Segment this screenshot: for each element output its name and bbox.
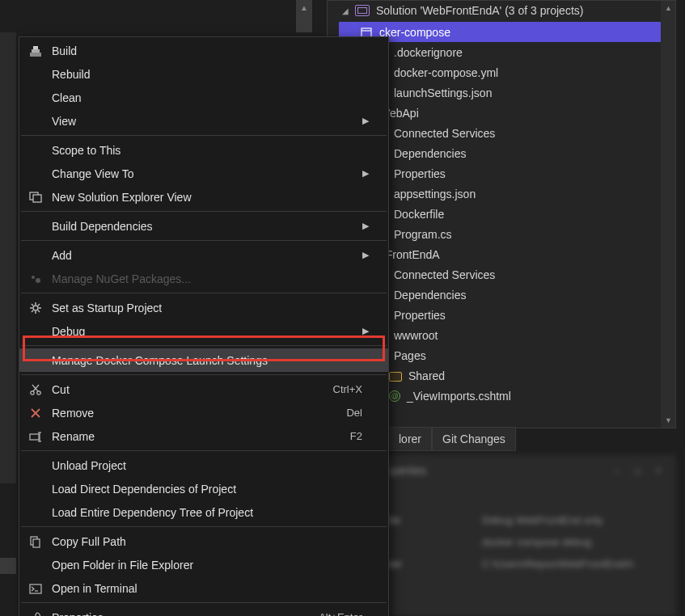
- solution-header-row[interactable]: ◢ Solution 'WebFrontEndA' (3 of 3 projec…: [328, 1, 675, 22]
- svg-point-22: [31, 390, 34, 394]
- tree-node-label: docker-compose.yml: [394, 66, 498, 79]
- chevron-right-icon: ▶: [362, 326, 377, 336]
- tree-node[interactable]: launchSettings.json: [339, 82, 675, 103]
- tree-node[interactable]: docker-compose.yml: [339, 62, 675, 82]
- tree-node-label: Dependencies: [394, 289, 467, 302]
- menu-item-label: Remove: [52, 407, 346, 420]
- tree-node[interactable]: .dockerignore: [339, 42, 675, 62]
- tree-node-label: Connected Services: [394, 268, 495, 281]
- menu-item-add[interactable]: Add▶: [19, 243, 388, 267]
- menu-shortcut: Alt+Enter: [319, 611, 377, 616]
- menu-item-label: Clean: [52, 91, 377, 104]
- menu-item-open-folder-in-file-explorer[interactable]: Open Folder in File Explorer: [19, 553, 388, 576]
- menu-item-set-as-startup-project[interactable]: Set as Startup Project: [19, 296, 388, 319]
- menu-item-build[interactable]: Build: [19, 39, 388, 62]
- menu-item-label: Load Direct Dependencies of Project: [52, 483, 377, 496]
- menu-item-open-in-terminal[interactable]: Open in Terminal: [19, 576, 388, 600]
- tree-node[interactable]: bFrontEndA: [339, 244, 675, 264]
- menu-item-label: Copy Full Path: [52, 535, 377, 548]
- tree-node-label: Dependencies: [394, 147, 467, 160]
- svg-rect-8: [33, 46, 38, 49]
- svg-rect-0: [362, 28, 371, 37]
- solution-title: Solution 'WebFrontEndA' (3 of 3 projects…: [376, 4, 583, 17]
- menu-item-change-view-to[interactable]: Change View To▶: [19, 162, 388, 185]
- svg-line-18: [32, 304, 33, 306]
- menu-item-remove[interactable]: RemoveDel: [19, 401, 388, 424]
- menu-shortcut: Ctrl+X: [333, 383, 377, 395]
- chevron-right-icon: ▶: [362, 168, 377, 179]
- project-context-menu: BuildRebuildCleanView▶Scope to ThisChang…: [19, 36, 389, 616]
- tree-node-label: Dockerfile: [394, 208, 444, 221]
- menu-item-new-solution-explorer-view[interactable]: New Solution Explorer View: [19, 185, 388, 209]
- menu-item-label: Manage Docker Compose Launch Settings: [52, 354, 377, 367]
- tree-node[interactable]: appsettings.json: [339, 184, 675, 204]
- tab-solution-explorer[interactable]: lorer: [388, 427, 432, 451]
- tree-node[interactable]: Properties: [339, 163, 675, 184]
- tree-node[interactable]: C#Program.cs: [339, 224, 675, 244]
- menu-item-label: Scope to This: [52, 144, 377, 157]
- menu-item-properties[interactable]: PropertiesAlt+Enter: [19, 605, 388, 616]
- tree-node[interactable]: Dependencies: [339, 285, 675, 305]
- menu-item-debug[interactable]: Debug▶: [19, 319, 388, 343]
- menu-item-label: Open Folder in File Explorer: [52, 559, 377, 572]
- tree-node[interactable]: Dependencies: [339, 143, 675, 163]
- menu-item-manage-docker-compose-launch-settings[interactable]: Manage Docker Compose Launch Settings: [19, 348, 388, 372]
- menu-item-rename[interactable]: RenameF2: [19, 424, 388, 448]
- menu-item-label: Set as Startup Project: [52, 302, 377, 314]
- wrench-icon: [19, 611, 52, 617]
- tree-node[interactable]: WebApi: [339, 103, 675, 123]
- menu-separator: [21, 450, 387, 451]
- svg-point-11: [32, 276, 35, 279]
- menu-item-cut[interactable]: CutCtrl+X: [19, 378, 388, 401]
- svg-point-12: [36, 278, 40, 283]
- tree-node-label: Pages: [394, 349, 426, 362]
- tree-node[interactable]: @_ViewImports.cshtml: [339, 386, 675, 406]
- tree-node-label: Properties: [394, 309, 446, 322]
- menu-item-label: Properties: [52, 611, 319, 617]
- menu-item-label: Build Dependencies: [52, 220, 362, 233]
- tree-node[interactable]: Pages: [339, 345, 675, 365]
- menu-separator: [21, 345, 387, 346]
- tree-node[interactable]: Dockerfile: [339, 204, 675, 224]
- svg-rect-6: [30, 53, 41, 57]
- build-icon: [19, 44, 52, 57]
- solution-scrollbar[interactable]: [661, 1, 675, 428]
- menu-shortcut: Del: [346, 407, 377, 419]
- menu-item-load-direct-dependencies-of-project[interactable]: Load Direct Dependencies of Project: [19, 477, 388, 500]
- tree-node-label: launchSettings.json: [394, 86, 492, 99]
- remove-icon: [19, 407, 52, 420]
- tree-node[interactable]: Properties: [339, 305, 675, 325]
- menu-item-manage-nuget-packages: Manage NuGet Packages...: [19, 267, 388, 290]
- tree-node[interactable]: Connected Services: [339, 123, 675, 143]
- tree-node-label: .dockerignore: [394, 46, 463, 59]
- folder-icon: [389, 372, 402, 382]
- menu-item-scope-to-this[interactable]: Scope to This: [19, 138, 388, 162]
- terminal-icon: [19, 582, 52, 595]
- menu-item-build-dependencies[interactable]: Build Dependencies▶: [19, 214, 388, 238]
- tree-node[interactable]: Shared: [339, 365, 675, 386]
- chevron-down-icon: ◢: [342, 6, 349, 15]
- menu-item-label: Add: [52, 249, 362, 262]
- tree-node-label: Properties: [394, 167, 446, 180]
- menu-shortcut: F2: [350, 430, 377, 442]
- menu-item-label: Open in Terminal: [52, 582, 377, 595]
- scrollbar-stub[interactable]: [296, 0, 312, 32]
- menu-item-view[interactable]: View▶: [19, 109, 388, 133]
- menu-item-clean[interactable]: Clean: [19, 86, 388, 109]
- menu-item-label: Rebuild: [52, 68, 377, 81]
- menu-separator: [21, 211, 387, 212]
- menu-item-label: Build: [52, 44, 377, 57]
- cut-icon: [19, 383, 52, 396]
- menu-item-load-entire-dependency-tree-of-project[interactable]: Load Entire Dependency Tree of Project: [19, 500, 388, 524]
- solution-icon: [355, 5, 370, 16]
- menu-item-label: Load Entire Dependency Tree of Project: [52, 506, 377, 519]
- tree-node[interactable]: Connected Services: [339, 264, 675, 285]
- menu-item-unload-project[interactable]: Unload Project: [19, 454, 388, 477]
- tree-node-label: appsettings.json: [394, 188, 476, 200]
- tab-git-changes[interactable]: Git Changes: [432, 427, 516, 451]
- menu-item-rebuild[interactable]: Rebuild: [19, 62, 388, 86]
- tree-node[interactable]: wwwroot: [339, 325, 675, 345]
- menu-item-label: Change View To: [52, 167, 362, 180]
- menu-item-copy-full-path[interactable]: Copy Full Path: [19, 530, 388, 553]
- menu-item-label: Manage NuGet Packages...: [52, 272, 377, 285]
